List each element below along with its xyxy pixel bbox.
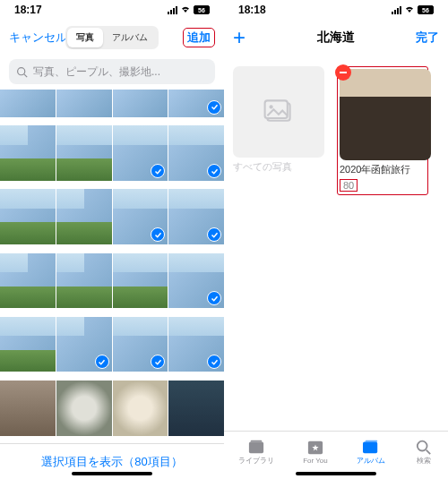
add-button[interactable]: 追加	[183, 28, 215, 47]
photo-grid	[0, 90, 224, 443]
svg-rect-5	[249, 441, 263, 453]
svg-point-0	[18, 67, 25, 74]
svg-point-4	[270, 105, 273, 108]
status-time: 18:18	[238, 4, 266, 16]
checkmark-icon	[207, 227, 221, 242]
photo-thumb[interactable]	[113, 189, 168, 244]
nav-bar: キャンセル 写真 アルバム 追加	[0, 20, 224, 56]
photo-thumb[interactable]	[168, 125, 224, 181]
status-indicators: 56	[168, 4, 210, 15]
status-bar: 18:17 56	[0, 0, 224, 20]
nav-bar: + 北海道 完了	[224, 20, 448, 56]
checkmark-icon	[95, 355, 109, 369]
search-icon	[16, 66, 28, 78]
nav-title: 北海道	[317, 30, 355, 46]
photo-thumb[interactable]	[56, 317, 112, 372]
svg-rect-6	[251, 440, 263, 441]
album-count: 80	[340, 179, 358, 192]
checkmark-icon	[207, 164, 221, 178]
photo-thumb[interactable]	[113, 253, 168, 309]
photo-thumb[interactable]	[113, 317, 168, 372]
checkmark-icon	[207, 355, 221, 369]
photo-thumb[interactable]	[56, 90, 112, 117]
album-label: 2020年函館旅行	[340, 163, 426, 176]
search-placeholder: 写真、ピープル、撮影地...	[33, 64, 160, 80]
checkmark-icon	[151, 164, 165, 178]
checkmark-icon	[39, 164, 53, 178]
seg-albums[interactable]: アルバム	[103, 28, 157, 47]
signal-icon	[168, 6, 177, 14]
show-selected-button[interactable]: 選択項目を表示（80項目）	[41, 454, 182, 470]
home-indicator	[72, 472, 152, 475]
remove-album-button[interactable]	[335, 64, 351, 81]
tab-search[interactable]: 検索	[414, 439, 434, 466]
search-icon	[414, 439, 434, 455]
add-album-button[interactable]: +	[233, 27, 246, 48]
photo-thumb[interactable]	[113, 90, 168, 117]
photo-thumb[interactable]	[0, 189, 56, 244]
search-input[interactable]: 写真、ピープル、撮影地...	[9, 59, 215, 84]
phone-right: 18:18 56 + 北海道 完了 すべての写真 2020年	[224, 0, 448, 479]
tab-albums[interactable]: アルバム	[357, 439, 385, 466]
photo-thumb[interactable]	[0, 253, 56, 309]
photo-thumb[interactable]	[113, 125, 168, 181]
photo-thumb[interactable]	[168, 189, 224, 244]
library-icon	[246, 439, 266, 455]
cancel-button[interactable]: キャンセル	[9, 30, 67, 46]
svg-point-10	[418, 441, 427, 450]
checkmark-icon	[95, 227, 109, 242]
foryou-icon	[306, 440, 325, 456]
albums-icon	[361, 439, 381, 455]
svg-rect-9	[366, 440, 378, 441]
checkmark-icon	[207, 100, 221, 115]
photo-thumb[interactable]	[0, 381, 56, 436]
photo-thumb[interactable]	[0, 125, 56, 181]
battery-icon: 56	[418, 5, 434, 14]
album-thumbnail	[233, 66, 324, 158]
status-time: 18:17	[14, 4, 42, 16]
segmented-control[interactable]: 写真 アルバム	[65, 26, 159, 49]
done-button[interactable]: 完了	[416, 30, 439, 46]
status-indicators: 56	[392, 4, 434, 15]
photo-thumb[interactable]	[56, 381, 112, 436]
wifi-icon	[180, 4, 191, 15]
battery-icon: 56	[194, 5, 210, 14]
album-tile-all-photos[interactable]: すべての写真	[233, 66, 324, 195]
signal-icon	[392, 6, 401, 14]
checkmark-icon	[39, 291, 53, 305]
svg-rect-8	[363, 441, 377, 453]
albums-content: すべての写真 2020年函館旅行 80	[224, 56, 448, 431]
photo-thumb[interactable]	[0, 90, 56, 117]
phone-left: 18:17 56 キャンセル 写真 アルバム 追加 写真、ピープル、撮影地...	[0, 0, 224, 479]
photo-thumb[interactable]	[56, 125, 112, 181]
photos-placeholder-icon	[263, 99, 294, 124]
status-bar: 18:18 56	[224, 0, 448, 20]
checkmark-icon	[95, 291, 109, 305]
tab-foryou[interactable]: For You	[303, 440, 328, 465]
album-tile-trip[interactable]: 2020年函館旅行 80	[337, 66, 428, 195]
album-thumbnail	[340, 69, 431, 160]
photo-thumb[interactable]	[56, 253, 112, 309]
checkmark-icon	[151, 227, 165, 242]
album-label: すべての写真	[233, 160, 324, 174]
seg-photos[interactable]: 写真	[67, 28, 103, 47]
checkmark-icon	[151, 355, 165, 369]
checkmark-icon	[151, 291, 165, 305]
tab-library[interactable]: ライブラリ	[238, 439, 274, 466]
photo-thumb[interactable]	[168, 90, 224, 117]
svg-line-11	[426, 449, 431, 454]
photo-thumb[interactable]	[56, 189, 112, 244]
photo-thumb[interactable]	[168, 317, 224, 372]
photo-thumb[interactable]	[113, 381, 168, 436]
checkmark-icon	[39, 227, 53, 242]
photo-thumb[interactable]	[168, 381, 224, 436]
checkmark-icon	[207, 291, 221, 305]
svg-line-1	[24, 73, 27, 76]
photo-thumb[interactable]	[168, 253, 224, 309]
checkmark-icon	[39, 355, 53, 369]
photo-thumb[interactable]	[0, 317, 56, 372]
checkmark-icon	[95, 164, 109, 178]
home-indicator	[296, 472, 376, 475]
wifi-icon	[404, 4, 415, 15]
